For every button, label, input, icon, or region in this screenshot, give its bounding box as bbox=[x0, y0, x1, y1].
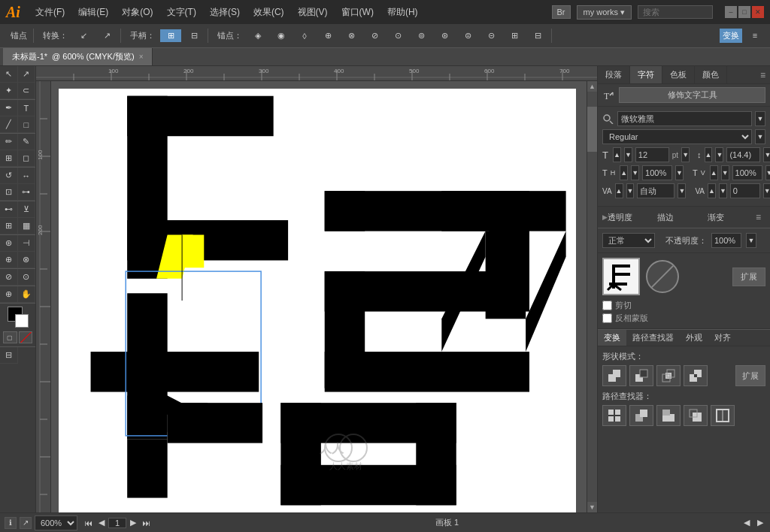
hand-tool[interactable]: ✋ bbox=[18, 286, 36, 303]
kerning-dropdown[interactable]: ▼ bbox=[678, 183, 686, 198]
divide-btn[interactable] bbox=[602, 405, 626, 426]
draw-mode-btn[interactable]: ⊟ bbox=[0, 347, 18, 364]
page-num-input[interactable] bbox=[108, 518, 126, 528]
char-tool-btn[interactable]: 修饰文字工具 bbox=[619, 87, 765, 103]
leading-up[interactable]: ▲ bbox=[705, 147, 713, 162]
font-size-up[interactable]: ▲ bbox=[613, 147, 621, 162]
vscale-up[interactable]: ▲ bbox=[710, 165, 718, 180]
direct-select-tool[interactable]: ↗ bbox=[18, 66, 36, 83]
blend-tool[interactable]: ⊕ bbox=[0, 252, 18, 268]
menu-help[interactable]: 帮助(H) bbox=[381, 5, 424, 20]
tab-close-btn[interactable]: × bbox=[139, 53, 144, 61]
scroll-down-btn[interactable]: ▼ bbox=[587, 502, 597, 512]
tracking-down[interactable]: ▼ bbox=[719, 183, 727, 198]
vscale-input[interactable] bbox=[732, 165, 762, 180]
trans-menu-btn[interactable]: ≡ bbox=[751, 209, 765, 225]
pen-tool[interactable]: ✒ bbox=[0, 100, 18, 116]
tracking-input[interactable] bbox=[730, 183, 760, 198]
blob-brush-tool[interactable]: ⊞ bbox=[0, 150, 18, 167]
color-mode-btn[interactable]: ▢ bbox=[3, 331, 17, 343]
anchor2-btn4[interactable]: ⊕ bbox=[317, 29, 338, 42]
tracking-dropdown[interactable]: ▼ bbox=[763, 183, 770, 198]
anchor2-btn7[interactable]: ⊙ bbox=[387, 29, 408, 42]
font-size-down[interactable]: ▼ bbox=[624, 147, 632, 162]
intersect-btn[interactable] bbox=[656, 365, 681, 386]
tab-bianhuan[interactable]: 变换 bbox=[598, 330, 626, 346]
tab-waiguan[interactable]: 外观 bbox=[680, 330, 708, 346]
zoom-select[interactable]: 600% bbox=[35, 515, 77, 530]
menu-select[interactable]: 选择(S) bbox=[204, 5, 246, 20]
minus-front-btn[interactable] bbox=[629, 365, 653, 386]
tab-seban[interactable]: 色板 bbox=[662, 66, 695, 83]
width-tool[interactable]: ⊷ bbox=[0, 201, 18, 218]
leading-down[interactable]: ▼ bbox=[715, 147, 723, 162]
menu-file[interactable]: 文件(F) bbox=[29, 5, 71, 20]
font-style-dropdown-btn[interactable]: ▼ bbox=[755, 129, 765, 144]
font-style-select[interactable]: Regular bbox=[602, 129, 752, 144]
vscale-dropdown[interactable]: ▼ bbox=[765, 165, 770, 180]
nav-last-btn[interactable]: ⏭ bbox=[140, 518, 153, 528]
tab-duiqi[interactable]: 对齐 bbox=[708, 330, 737, 346]
clip-checkbox[interactable] bbox=[602, 301, 612, 310]
tab-duan[interactable]: 段落 bbox=[598, 66, 630, 83]
expand-btn[interactable]: 扩展 bbox=[735, 365, 765, 386]
kerning-down[interactable]: ▼ bbox=[626, 183, 635, 198]
gradient-tool[interactable]: ▦ bbox=[18, 218, 36, 234]
artboard-nav-next[interactable]: ▶ bbox=[755, 517, 765, 528]
hscale-dropdown[interactable]: ▼ bbox=[675, 165, 684, 180]
reflect-tool[interactable]: ↔ bbox=[18, 168, 36, 184]
symbol-tool[interactable]: ⊗ bbox=[18, 252, 36, 268]
magic-wand-tool[interactable]: ✦ bbox=[0, 83, 18, 99]
vertical-scrollbar[interactable]: ▲ ▼ bbox=[587, 81, 597, 512]
mesh-tool[interactable]: ⊞ bbox=[0, 218, 18, 234]
transform-btn[interactable]: 变换 bbox=[720, 29, 742, 43]
line-tool[interactable]: ╱ bbox=[0, 116, 18, 133]
tab-pathfinder[interactable]: 路径查找器 bbox=[626, 330, 680, 346]
eyedrop-tool[interactable]: ⊛ bbox=[0, 235, 18, 252]
column-graph-tool[interactable]: ⊻ bbox=[18, 201, 36, 218]
font-size-unit-dropdown[interactable]: ▼ bbox=[681, 147, 690, 162]
selection-tool[interactable]: ↖ bbox=[0, 66, 18, 83]
scroll-up-btn[interactable]: ▲ bbox=[587, 81, 597, 92]
font-name-input[interactable] bbox=[617, 111, 752, 126]
exclude-btn[interactable] bbox=[684, 365, 708, 386]
workspace-selector[interactable]: my works ▾ bbox=[577, 5, 632, 20]
nav-prev-btn[interactable]: ◀ bbox=[96, 517, 107, 528]
rect-tool[interactable]: □ bbox=[18, 116, 36, 133]
no-fill-preview[interactable] bbox=[646, 260, 679, 293]
panel-menu-btn[interactable]: ≡ bbox=[756, 67, 770, 83]
close-button[interactable]: ✕ bbox=[752, 6, 764, 18]
kerning-up[interactable]: ▲ bbox=[615, 183, 623, 198]
blend-mode-select[interactable]: 正常 bbox=[602, 233, 655, 248]
menu-window[interactable]: 窗口(W) bbox=[335, 5, 380, 20]
make-mask-btn[interactable]: 扩展 bbox=[732, 268, 765, 286]
vscale-down[interactable]: ▼ bbox=[721, 165, 729, 180]
bridge-button[interactable]: Br bbox=[552, 5, 571, 19]
menu-object[interactable]: 对象(O) bbox=[116, 5, 159, 20]
font-size-input[interactable] bbox=[635, 147, 669, 162]
warp-tool[interactable]: ⊶ bbox=[18, 184, 36, 201]
anchor2-btn3[interactable]: ◊ bbox=[294, 30, 315, 42]
invert-checkbox[interactable] bbox=[602, 313, 612, 323]
none-mode-btn[interactable] bbox=[19, 331, 33, 343]
anchor2-btn13[interactable]: ⊟ bbox=[527, 29, 548, 42]
anchor2-btn5[interactable]: ⊗ bbox=[341, 29, 362, 42]
nav-first-btn[interactable]: ⏮ bbox=[82, 518, 95, 528]
handle-btn2[interactable]: ⊟ bbox=[183, 29, 205, 42]
scale-tool[interactable]: ⊡ bbox=[0, 184, 18, 201]
menu-type[interactable]: 文字(T) bbox=[161, 5, 202, 20]
hscale-input[interactable] bbox=[642, 165, 672, 180]
char-preview-box[interactable] bbox=[602, 258, 640, 295]
menu-view[interactable]: 视图(V) bbox=[292, 5, 334, 20]
pencil-tool[interactable]: ✎ bbox=[18, 134, 36, 150]
font-name-dropdown-btn[interactable]: ▼ bbox=[755, 111, 765, 126]
handle-btn1[interactable]: ⊞ bbox=[160, 29, 181, 42]
leading-dropdown[interactable]: ▼ bbox=[763, 147, 770, 162]
anchor2-btn12[interactable]: ⊞ bbox=[504, 29, 525, 42]
status-info-btn[interactable]: ℹ bbox=[5, 517, 17, 529]
type-tool[interactable]: T bbox=[18, 100, 36, 116]
trim-btn[interactable] bbox=[629, 405, 653, 426]
hscale-down[interactable]: ▼ bbox=[631, 165, 639, 180]
anchor2-btn2[interactable]: ◉ bbox=[271, 29, 292, 42]
zoom-tool[interactable]: ⊕ bbox=[0, 286, 18, 303]
